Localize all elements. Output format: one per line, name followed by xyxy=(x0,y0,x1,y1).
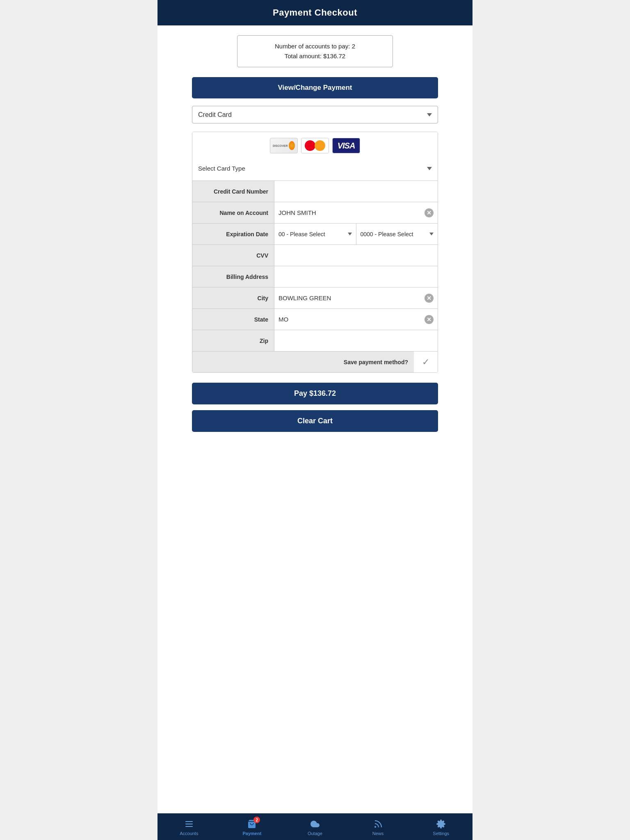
gear-icon xyxy=(435,818,447,830)
city-row: City ✕ xyxy=(192,287,438,308)
cvv-label: CVV xyxy=(192,245,274,266)
list-icon xyxy=(183,818,195,830)
state-input[interactable] xyxy=(278,316,422,323)
card-form: DISCOVER VISA Select Card Type Visa Mast… xyxy=(192,132,438,373)
svg-rect-1 xyxy=(185,824,193,824)
save-payment-row: Save payment method? ✓ xyxy=(192,351,438,372)
zip-label: Zip xyxy=(192,330,274,351)
save-payment-label: Save payment method? xyxy=(192,352,414,372)
card-type-select[interactable]: Select Card Type Visa MasterCard Discove… xyxy=(192,159,438,178)
accounts-svg-icon xyxy=(184,819,194,829)
outage-nav-label: Outage xyxy=(308,831,322,836)
nav-item-outage[interactable]: Outage xyxy=(301,817,329,838)
svg-rect-2 xyxy=(185,826,193,827)
pay-button[interactable]: Pay $136.72 xyxy=(192,383,438,404)
card-logos: DISCOVER VISA xyxy=(192,132,438,159)
accounts-nav-label: Accounts xyxy=(180,831,198,836)
city-input-area: ✕ xyxy=(274,288,438,308)
billing-address-row: Billing Address xyxy=(192,266,438,287)
accounts-count: Number of accounts to pay: 2 xyxy=(246,41,384,51)
bottom-nav: Accounts 2 Payment Outage xyxy=(158,813,472,840)
zip-row: Zip xyxy=(192,330,438,351)
city-label: City xyxy=(192,288,274,308)
state-clear-icon[interactable]: ✕ xyxy=(425,315,434,324)
summary-box: Number of accounts to pay: 2 Total amoun… xyxy=(237,35,393,67)
city-input[interactable] xyxy=(278,294,422,301)
page-title: Payment Checkout xyxy=(273,7,357,18)
credit-card-number-input[interactable] xyxy=(278,188,434,195)
cvv-input-area xyxy=(274,245,438,266)
settings-nav-label: Settings xyxy=(433,831,449,836)
cvv-row: CVV xyxy=(192,244,438,266)
name-on-account-input[interactable] xyxy=(278,209,422,216)
news-nav-label: News xyxy=(372,831,384,836)
checkmark-icon: ✓ xyxy=(422,357,429,368)
expiry-area: 00 - Please Select 01 02 03 04 05 06 07 … xyxy=(274,224,438,244)
total-amount: Total amount: $136.72 xyxy=(246,51,384,61)
zip-input[interactable] xyxy=(278,337,434,344)
card-type-wrapper: Select Card Type Visa MasterCard Discove… xyxy=(192,159,438,180)
nav-item-accounts[interactable]: Accounts xyxy=(175,817,203,838)
settings-svg-icon xyxy=(436,819,446,829)
rss-icon xyxy=(372,818,384,830)
discover-logo: DISCOVER xyxy=(270,138,298,153)
credit-card-number-input-area xyxy=(274,181,438,202)
billing-address-label: Billing Address xyxy=(192,266,274,287)
credit-card-number-row: Credit Card Number xyxy=(192,180,438,202)
expiration-date-label: Expiration Date xyxy=(192,224,274,244)
svg-point-4 xyxy=(375,826,376,827)
state-row: State ✕ xyxy=(192,308,438,330)
outage-svg-icon xyxy=(310,819,320,829)
payment-type-select[interactable]: Credit Card Bank Account Check xyxy=(192,106,438,123)
city-clear-icon[interactable]: ✕ xyxy=(425,294,434,303)
state-input-area: ✕ xyxy=(274,309,438,330)
payment-nav-label: Payment xyxy=(242,831,261,836)
nav-item-news[interactable]: News xyxy=(364,817,393,838)
expiry-month-select[interactable]: 00 - Please Select 01 02 03 04 05 06 07 … xyxy=(274,227,356,242)
name-on-account-row: Name on Account ✕ xyxy=(192,202,438,223)
payment-badge: 2 xyxy=(253,817,260,823)
mastercard-logo xyxy=(301,138,329,153)
state-label: State xyxy=(192,309,274,330)
save-payment-check-area[interactable]: ✓ xyxy=(414,352,438,372)
visa-logo: VISA xyxy=(332,138,360,153)
nav-item-settings[interactable]: Settings xyxy=(427,817,455,838)
clear-cart-button[interactable]: Clear Cart xyxy=(192,410,438,432)
svg-rect-0 xyxy=(185,821,193,822)
card-type-row: Select Card Type Visa MasterCard Discove… xyxy=(192,159,438,180)
cvv-input[interactable] xyxy=(278,252,434,259)
cloud-icon xyxy=(309,818,321,830)
news-svg-icon xyxy=(373,819,383,829)
credit-card-number-label: Credit Card Number xyxy=(192,181,274,202)
name-on-account-label: Name on Account xyxy=(192,202,274,223)
name-clear-icon[interactable]: ✕ xyxy=(425,208,434,217)
action-buttons: Pay $136.72 Clear Cart xyxy=(192,383,438,432)
cart-icon: 2 xyxy=(246,818,258,830)
app-header: Payment Checkout xyxy=(158,0,472,25)
expiry-year-select[interactable]: 0000 - Please Select 2024 2025 2026 2027… xyxy=(356,227,438,242)
expiration-date-row: Expiration Date 00 - Please Select 01 02… xyxy=(192,223,438,244)
name-on-account-input-area: ✕ xyxy=(274,202,438,223)
view-change-payment-button[interactable]: View/Change Payment xyxy=(192,77,438,98)
nav-item-payment[interactable]: 2 Payment xyxy=(237,817,266,838)
billing-address-input-area xyxy=(274,266,438,287)
billing-address-input[interactable] xyxy=(278,273,434,280)
zip-input-area xyxy=(274,330,438,351)
main-content: Number of accounts to pay: 2 Total amoun… xyxy=(158,25,472,813)
